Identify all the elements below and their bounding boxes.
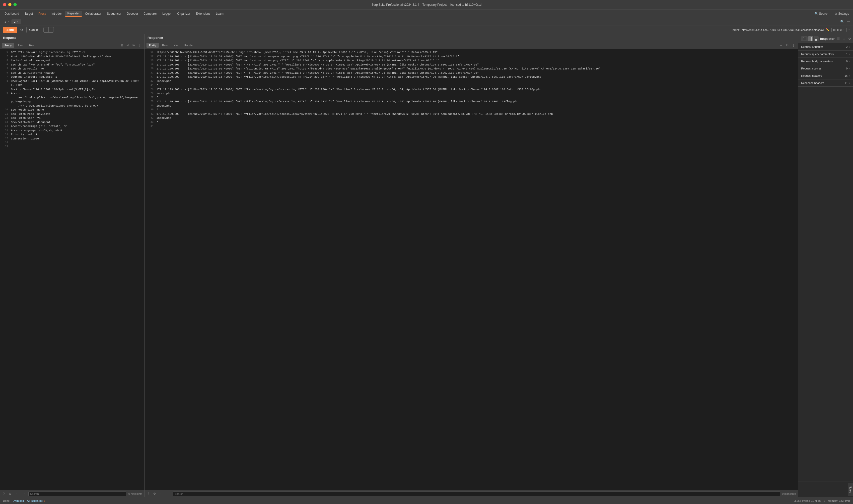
settings-button[interactable]: ⚙ Settings [833,11,851,16]
menu-repeater[interactable]: Repeater [65,11,82,17]
inspector-row[interactable]: Request cookies0› [798,65,853,72]
menu-target[interactable]: Target [22,11,35,16]
response-nav-fwd-icon[interactable]: → [166,491,171,496]
response-panel-header: Response [144,34,798,41]
response-more-icon[interactable]: ⋮ [791,43,796,48]
inspector-row-label: Request headers [801,74,845,77]
inspector-row[interactable]: Request body parameters0› [798,58,853,65]
inspector-settings-icon[interactable]: ⚙ [847,37,852,41]
status-text: Done [3,499,10,502]
nav-forward-button[interactable]: › [49,28,54,32]
inspector-row-label: Request query parameters [801,53,846,56]
inspector-list-icon[interactable]: ☰ [836,37,841,41]
menu-sequencer[interactable]: Sequencer [104,11,124,16]
tab-1[interactable]: 1 × [2,19,12,24]
inspector-row[interactable]: Request headers16› [798,72,853,79]
menu-organizer[interactable]: Organizer [175,11,193,16]
request-tab-hex[interactable]: Hex [26,43,37,48]
tab-2[interactable]: 2 × [12,19,21,24]
request-nav-fwd-icon[interactable]: → [21,491,26,496]
table-row: 6Sec-Ch-Ua-Platform: "macOS" [0,71,144,75]
cancel-button[interactable]: Cancel [26,26,41,33]
inspector-view-icon[interactable]: ⊞ [842,37,846,41]
menu-dashboard[interactable]: Dashboard [2,11,22,16]
notes-tab[interactable]: Notes [848,483,853,496]
request-search-input[interactable] [29,491,127,496]
request-inspector-icon[interactable]: ⊞ [120,43,124,48]
minimize-button[interactable] [8,3,12,6]
response-settings-icon[interactable]: ⚙ [152,491,157,496]
response-word-wrap-icon[interactable]: ↵ [779,43,784,48]
request-code-area[interactable]: 1GET /?file=/var/log/nginx/access.log HT… [0,49,144,490]
menu-extensions[interactable]: Extensions [193,11,213,16]
request-nav-back-icon[interactable]: ← [15,491,19,496]
request-tab-raw[interactable]: Raw [15,43,26,48]
view-horizontal-icon[interactable]: ▄ [814,36,819,41]
toolbar: Send ⚙ Cancel ‹ › Target: https://b885bd… [0,25,853,34]
http-version-badge[interactable]: HTTP/1.1 [831,28,847,32]
response-tab-pretty[interactable]: Pretty [146,43,159,48]
table-row: 1GET /?file=/var/log/nginx/access.log HT… [0,50,144,55]
response-ln-icon[interactable]: ln [785,43,789,48]
menu-collaborator[interactable]: Collaborator [83,11,104,16]
tab-2-close-icon[interactable]: × [17,20,18,23]
tab-search-icon[interactable]: 🔍 [839,19,845,24]
help-icon[interactable]: ? [849,29,850,31]
response-tab-render[interactable]: Render [182,43,196,48]
request-ln-icon[interactable]: ln [131,43,136,48]
request-tab-pretty[interactable]: Pretty [2,43,14,48]
request-more-icon[interactable]: ⋮ [137,43,142,48]
tab-bar: 1 × 2 × + 🔍 ⋯ [0,18,853,25]
menu-learn[interactable]: Learn [213,11,226,16]
menu-intruder[interactable]: Intruder [49,11,64,16]
status-right: 3,266 bytes | 91 millis ℹ Memory: 183.4M… [795,499,850,502]
view-vertical-icon[interactable]: ▐ [808,36,813,41]
event-log-link[interactable]: Event log [13,499,24,502]
response-tab-hex[interactable]: Hex [171,43,181,48]
window-controls[interactable] [3,3,17,6]
response-nav-back-icon[interactable]: ← [159,491,164,496]
request-settings-icon[interactable]: ⚙ [8,491,13,496]
tab-1-close-icon[interactable]: × [7,20,9,23]
inspector-row-label: Request cookies [801,67,846,70]
inspector-row-arrow-icon: › [849,67,850,70]
request-word-wrap-icon[interactable]: ↵ [126,43,130,48]
inspector-row[interactable]: Request query parameters1› [798,51,853,58]
menu-logger[interactable]: Logger [160,11,174,16]
response-help-icon[interactable]: ? [146,491,150,496]
view-split-icon[interactable]: ⬛ [801,36,808,41]
response-code-area[interactable]: 16https://b885bd4a-bd56-43c9-8c5f-0a623f… [144,49,798,490]
inspector-row-label: Response headers [801,82,845,85]
response-tab-raw[interactable]: Raw [160,43,170,48]
table-row: text/html,application/xhtml+xml,applicat… [0,96,144,108]
table-row: 9Accept: [0,91,144,96]
table-row: 3Cache-Control: max-age=0 [0,58,144,63]
table-row: 19172.12.129.208 - - [21/Nov/2024:12:35:… [144,63,798,67]
add-tab-button[interactable]: + [21,19,27,25]
inspector-row[interactable]: Response headers11› [798,79,853,87]
titlebar: Burp Suite Professional v2024.3.1.4 – Te… [0,0,853,10]
issues-dot: ● [43,500,45,502]
inspector-row-count: 11 [845,82,848,85]
all-issues-link[interactable]: All issues (8) ● [27,499,45,502]
inspector-row[interactable]: Request attributes2› [798,43,853,51]
inspector-body: Request attributes2›Request query parame… [798,43,853,482]
table-row: 8User-Agent: Mozilla/5.0 (Windows NT 10.… [0,79,144,92]
menu-comparer[interactable]: Comparer [141,11,159,16]
inspector-header: ⬛ ▐ ▄ Inspector ☰ ⊞ ⚙ ✕ [798,34,853,43]
menu-proxy[interactable]: Proxy [36,11,49,16]
response-search-input[interactable] [173,491,780,496]
close-button[interactable] [3,3,6,6]
send-button[interactable]: Send [3,27,17,33]
menu-decoder[interactable]: Decoder [124,11,141,16]
maximize-button[interactable] [14,3,17,6]
tab-1-label: 1 [4,20,6,23]
edit-target-icon[interactable]: ✏️ [826,28,829,31]
global-search-button[interactable]: 🔍 Search [812,11,831,16]
response-panel: Response Pretty Raw Hex Render ↵ ln ⋮ 16… [144,34,798,497]
request-help-icon[interactable]: ? [2,491,6,496]
tab-more-icon[interactable]: ⋯ [846,19,851,24]
send-options-icon[interactable]: ⚙ [19,28,24,32]
inspector-title: Inspector [820,37,835,41]
nav-back-button[interactable]: ‹ [43,28,49,32]
